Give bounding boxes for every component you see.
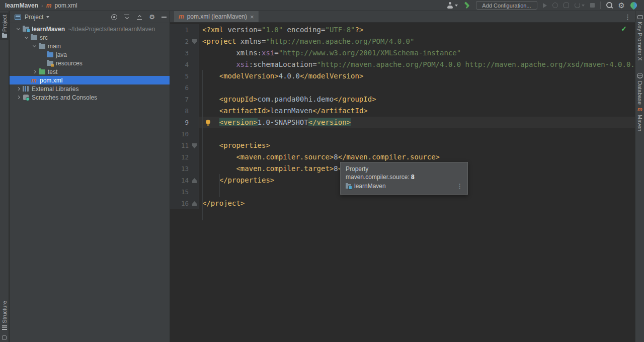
tree-chevron-icon[interactable] [31,45,38,47]
code-text[interactable]: <?xml version="1.0" encoding="UTF-8"?> [199,24,635,36]
code-text[interactable]: <version>1.0-SNAPSHOT</version> [199,117,635,128]
code-line-11[interactable]: 11 <properties> [170,140,635,151]
tool-window-button-maven[interactable]: m Maven [635,107,644,131]
tree-chevron-icon[interactable] [23,37,30,38]
code-text[interactable]: xmlns:xsi="http://www.w3.org/2001/XMLSch… [199,47,635,59]
code-line-3[interactable]: 3 xmlns:xsi="http://www.w3.org/2001/XMLS… [170,47,635,59]
gutter[interactable]: 2 [170,36,199,47]
code-line-8[interactable]: 8 <artifactId>learnMaven</artifactId> [170,105,635,117]
code-text[interactable]: xsi:schemaLocation="http://maven.apache.… [199,59,635,70]
tree-chevron-icon[interactable] [15,88,22,90]
code-line-7[interactable]: 7 <groupId>com.panda00hi.demo</groupId> [170,94,635,105]
code-text[interactable]: <maven.compiler.source>8</maven.compiler… [199,151,635,163]
tree-item-test[interactable]: test [10,67,170,76]
gutter[interactable]: 13 [170,163,199,175]
add-configuration-button[interactable]: Add Configuration... [476,1,537,10]
run-icon[interactable] [543,3,547,8]
fold-close-icon[interactable] [192,178,197,183]
tree-item-src[interactable]: src [10,33,170,42]
code-line-16[interactable]: 16</project> [170,198,635,209]
close-icon[interactable]: × [250,14,254,20]
code-line-1[interactable]: 1<?xml version="1.0" encoding="UTF-8"?> [170,24,635,36]
gutter[interactable]: 9 [170,117,199,128]
code-text[interactable] [199,82,635,94]
locate-file-icon[interactable] [111,14,117,20]
breadcrumb-file[interactable]: pom.xml [54,2,77,9]
code-line-2[interactable]: 2<project xmlns="http://maven.apache.org… [170,36,635,47]
gutter[interactable]: 5 [170,70,199,82]
code-segment: "http://maven.apache.org/POM/4.0.0 http:… [317,60,635,68]
collapse-all-icon[interactable] [136,14,142,20]
user-menu[interactable] [447,2,458,9]
code-line-4[interactable]: 4 xsi:schemaLocation="http://maven.apach… [170,59,635,70]
fold-open-icon[interactable] [192,143,197,148]
code-line-12[interactable]: 12 <maven.compiler.source>8</maven.compi… [170,151,635,163]
gutter[interactable]: 16 [170,198,199,209]
gutter[interactable]: 4 [170,59,199,70]
tab-pom-xml[interactable]: m pom.xml (learnMaven) × [174,11,259,22]
fold-close-icon[interactable] [192,201,197,206]
code-text[interactable] [199,128,635,140]
intention-bulb-icon[interactable] [206,120,210,124]
gutter[interactable]: 10 [170,128,199,140]
code-text[interactable]: <project xmlns="http://maven.apache.org/… [199,36,635,47]
tree-item-external-libraries[interactable]: External Libraries [10,84,170,93]
search-icon[interactable] [606,2,613,9]
code-segment: = [258,26,262,34]
code-text[interactable]: </project> [199,198,635,209]
hide-panel-icon[interactable] [162,17,167,18]
debug-icon[interactable] [552,3,558,8]
breadcrumb-project[interactable]: learnMaven [5,2,38,9]
tree-chevron-icon[interactable] [15,96,22,99]
tool-window-button-structure[interactable]: Structure [0,299,9,332]
tree-item-scratches-and-consoles[interactable]: Scratches and Consoles [10,93,170,102]
stop-icon[interactable] [590,3,595,8]
plugin-colorful-icon[interactable] [629,1,638,10]
code-text[interactable]: <properties> [199,140,635,151]
tree-chevron-icon[interactable] [15,28,22,30]
tree-item-path: ~/IdeaProjects/learn/learnMaven [68,26,155,33]
code-line-10[interactable]: 10 [170,128,635,140]
profiler-menu[interactable] [575,3,585,8]
build-hammer-icon[interactable] [463,2,470,9]
settings-gear-icon[interactable]: ⚙ [618,2,625,9]
code-line-9[interactable]: 9 <version>1.0-SNAPSHOT</version> [170,117,635,128]
code-segment: 1.0-SNAPSHOT [258,118,308,126]
tooltip-menu-icon[interactable]: ⋮ [457,182,463,190]
inspection-check-icon[interactable]: ✓ [621,25,627,33]
project-tool-window: Project ⚙ learnMaven~/IdeaProjects/learn… [10,11,170,342]
project-panel-title[interactable]: Project [25,14,43,21]
code-text[interactable]: <groupId>com.panda00hi.demo</groupId> [199,94,635,105]
tree-item-learnmaven[interactable]: learnMaven~/IdeaProjects/learn/learnMave… [10,25,170,33]
editor-options-icon[interactable]: ⋮ [624,13,631,21]
tool-window-button-database[interactable]: Database [635,73,644,105]
expand-all-icon[interactable] [124,14,130,20]
tree-item-resources[interactable]: resources [10,59,170,67]
tree-item-pom-xml[interactable]: mpom.xml [10,76,170,84]
gutter[interactable]: 6 [170,82,199,94]
gutter[interactable]: 14 [170,175,199,186]
chevron-down-icon[interactable] [46,16,49,18]
gutter[interactable]: 11 [170,140,199,151]
coverage-icon[interactable] [564,3,569,8]
gutter[interactable]: 1 [170,24,199,36]
fold-open-icon[interactable] [192,39,197,44]
tool-window-button-project[interactable]: Project [0,13,9,40]
tool-window-button-key-promoter[interactable]: Key Promoter X [635,15,644,61]
gutter[interactable]: 8 [170,105,199,117]
gutter[interactable]: 12 [170,151,199,163]
code-line-6[interactable]: 6 [170,82,635,94]
code-text[interactable]: <modelVersion>4.0.0</modelVersion> [199,70,635,82]
gutter[interactable]: 15 [170,186,199,198]
code-line-5[interactable]: 5 <modelVersion>4.0.0</modelVersion> [170,70,635,82]
tree-item-java[interactable]: java [10,50,170,59]
gutter[interactable]: 7 [170,94,199,105]
window-switcher-button[interactable] [2,335,7,340]
tree-item-main[interactable]: main [10,42,170,50]
gutter[interactable]: 3 [170,47,199,59]
panel-settings-gear-icon[interactable]: ⚙ [149,14,155,20]
code-segment: <version> [219,118,258,126]
code-segment: </modelVersion> [300,72,363,80]
code-text[interactable]: <artifactId>learnMaven</artifactId> [199,105,635,117]
tree-chevron-icon[interactable] [31,70,38,73]
